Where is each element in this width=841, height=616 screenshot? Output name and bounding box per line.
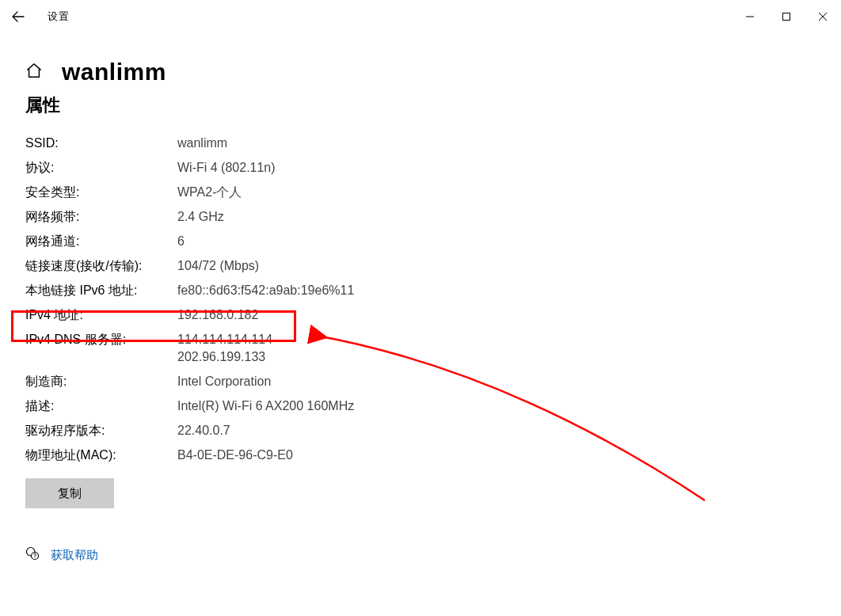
prop-description: 描述: Intel(R) Wi-Fi 6 AX200 160MHz [25,397,816,415]
help-area: ? 获取帮助 [25,546,816,564]
prop-label: 链接速度(接收/传输): [25,257,177,275]
back-arrow-icon [12,10,25,23]
prop-mac: 物理地址(MAC): B4-0E-DE-96-C9-E0 [25,447,816,464]
prop-ipv4: IPv4 地址: 192.168.0.182 [25,306,816,324]
prop-label: 本地链接 IPv6 地址: [25,282,177,299]
prop-channel: 网络通道: 6 [25,233,816,250]
prop-label: IPv4 地址: [25,306,177,324]
prop-value: 2.4 GHz [177,208,224,226]
prop-label: 网络频带: [25,208,177,226]
minimize-icon [746,13,754,21]
close-icon [819,13,827,21]
prop-label: 安全类型: [25,184,177,201]
prop-value: Wi-Fi 4 (802.11n) [177,159,276,177]
prop-value: Intel(R) Wi-Fi 6 AX200 160MHz [177,397,354,415]
help-icon: ? [25,546,40,564]
prop-value: B4-0E-DE-96-C9-E0 [177,447,293,464]
prop-label: 制造商: [25,373,177,390]
prop-label: 物理地址(MAC): [25,447,177,464]
prop-value: 6 [177,233,185,250]
content-area: wanlimm 属性 SSID: wanlimm 协议: Wi-Fi 4 (80… [0,33,841,580]
prop-ssid: SSID: wanlimm [25,135,816,152]
prop-label: SSID: [25,135,177,152]
home-icon[interactable] [25,62,43,82]
get-help-link[interactable]: 获取帮助 [51,548,98,563]
prop-label: 网络通道: [25,233,177,250]
section-title: 属性 [25,93,816,117]
window-controls [732,0,841,33]
prop-security: 安全类型: WPA2-个人 [25,184,816,201]
prop-value: WPA2-个人 [177,184,242,201]
prop-label: 描述: [25,397,177,415]
maximize-button[interactable] [768,0,805,33]
close-button[interactable] [805,0,841,33]
prop-protocol: 协议: Wi-Fi 4 (802.11n) [25,159,816,177]
prop-value: 192.168.0.182 [177,306,258,324]
prop-label: 协议: [25,159,177,177]
minimize-button[interactable] [732,0,768,33]
prop-dns: IPv4 DNS 服务器: 114.114.114.114 202.96.199… [25,331,816,366]
properties-list: SSID: wanlimm 协议: Wi-Fi 4 (802.11n) 安全类型… [25,135,816,464]
page-title: wanlimm [62,59,166,86]
prop-ipv6-local: 本地链接 IPv6 地址: fe80::6d63:f542:a9ab:19e6%… [25,282,816,299]
maximize-icon [782,13,790,21]
svg-text:?: ? [33,553,36,558]
prop-value: 22.40.0.7 [177,422,230,439]
prop-value: Intel Corporation [177,373,271,390]
titlebar: 设置 [0,0,841,33]
prop-value: fe80::6d63:f542:a9ab:19e6%11 [177,282,354,299]
prop-band: 网络频带: 2.4 GHz [25,208,816,226]
prop-manufacturer: 制造商: Intel Corporation [25,373,816,390]
prop-value: wanlimm [177,135,227,152]
prop-linkspeed: 链接速度(接收/传输): 104/72 (Mbps) [25,257,816,275]
copy-button[interactable]: 复制 [25,478,114,508]
svg-rect-0 [783,13,790,21]
app-title: 设置 [48,10,69,24]
prop-label: 驱动程序版本: [25,422,177,439]
page-header: wanlimm [25,59,816,86]
prop-value: 114.114.114.114 202.96.199.133 [177,331,272,366]
prop-value: 104/72 (Mbps) [177,257,259,275]
prop-label: IPv4 DNS 服务器: [25,331,177,348]
prop-driver-version: 驱动程序版本: 22.40.0.7 [25,422,816,439]
back-button[interactable] [0,0,36,33]
